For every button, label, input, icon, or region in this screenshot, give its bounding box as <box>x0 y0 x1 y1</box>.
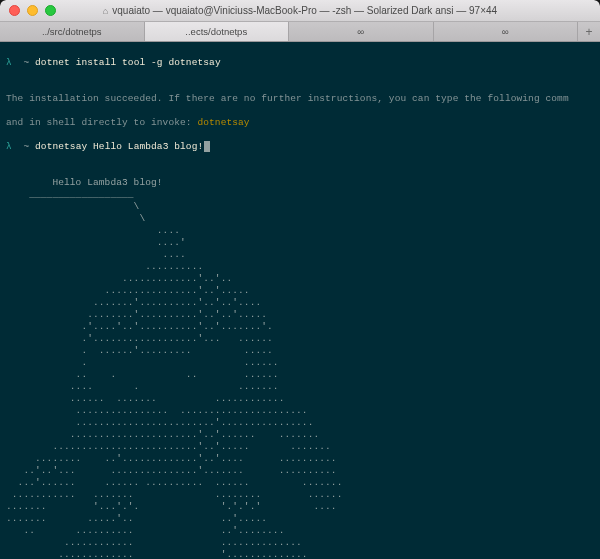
tab-0[interactable]: ../src/dotnetps <box>0 22 145 41</box>
tab-3[interactable]: ∞ <box>434 22 579 41</box>
tab-1[interactable]: ..ects/dotnetps <box>145 22 290 41</box>
window-title: ⌂ vquaiato — vquaiato@Viniciuss-MacBook-… <box>0 5 600 16</box>
tool-name: dotnetsay <box>197 117 249 128</box>
output-line-2: and in shell directly to invoke: dotnets… <box>6 117 594 129</box>
minimize-window-button[interactable] <box>27 5 38 16</box>
zoom-window-button[interactable] <box>45 5 56 16</box>
tab-bar: ../src/dotnetps ..ects/dotnetps ∞ ∞ + <box>0 22 600 42</box>
window-title-text: vquaiato — vquaiato@Viniciuss-MacBook-Pr… <box>112 5 497 16</box>
ascii-art-output: Hello Lambda3 blog! __________________ \… <box>6 165 594 559</box>
new-tab-button[interactable]: + <box>578 22 600 41</box>
prompt-line-2: λ ~ dotnetsay Hello Lambda3 blog! <box>6 141 594 153</box>
terminal-viewport[interactable]: λ ~ dotnet install tool -g dotnetsay The… <box>0 42 600 559</box>
home-icon: ⌂ <box>103 6 108 16</box>
command-text: dotnet install tool -g dotnetsay <box>35 57 221 68</box>
tab-2[interactable]: ∞ <box>289 22 434 41</box>
prompt-path: ~ <box>23 141 29 152</box>
cursor-icon <box>204 141 210 152</box>
prompt-line-1: λ ~ dotnet install tool -g dotnetsay <box>6 57 594 69</box>
titlebar: ⌂ vquaiato — vquaiato@Viniciuss-MacBook-… <box>0 0 600 22</box>
window-controls <box>0 5 56 16</box>
prompt-path: ~ <box>23 57 29 68</box>
close-window-button[interactable] <box>9 5 20 16</box>
lambda-icon: λ <box>6 141 12 152</box>
lambda-icon: λ <box>6 57 12 68</box>
output-line-1: The installation succeeded. If there are… <box>6 93 594 105</box>
command-text: dotnetsay Hello Lambda3 blog! <box>35 141 203 152</box>
